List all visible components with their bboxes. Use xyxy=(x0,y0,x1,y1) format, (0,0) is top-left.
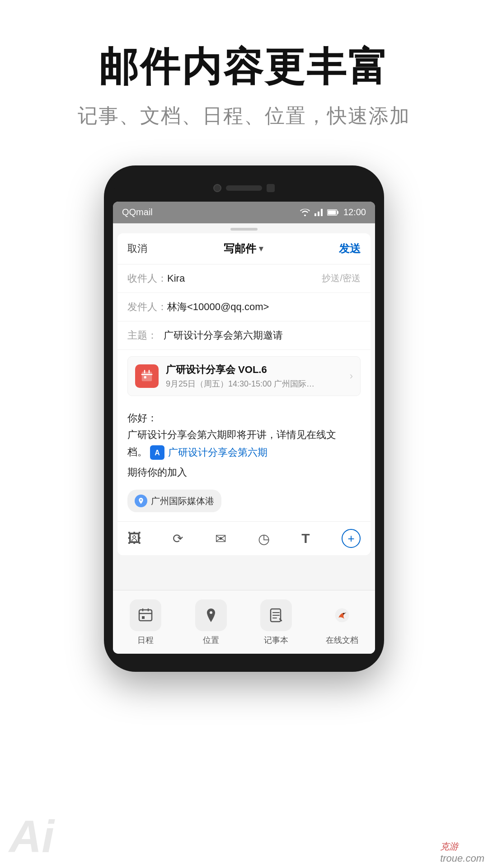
email-toolbar-icon[interactable]: ✉ xyxy=(215,531,226,547)
svg-rect-0 xyxy=(314,213,316,216)
subject-field-row: 主题： 广研设计分享会第六期邀请 xyxy=(117,321,371,350)
ai-badge: Ai xyxy=(0,778,127,868)
compose-header: 取消 写邮件 ▾ 发送 xyxy=(117,233,371,264)
front-camera xyxy=(213,184,221,192)
to-field-row: 收件人： Kira 抄送/密送 xyxy=(117,264,371,293)
ai-badge-text: Ai xyxy=(9,814,54,859)
svg-rect-4 xyxy=(337,211,338,214)
calendar-event-title: 广研设计分享会 VOL.6 xyxy=(166,363,350,377)
cc-bcc-button[interactable]: 抄送/密送 xyxy=(322,272,361,284)
svg-rect-6 xyxy=(142,372,152,381)
location-tab-icon xyxy=(203,607,219,623)
subject-label: 主题： xyxy=(127,329,164,342)
svg-rect-7 xyxy=(144,376,146,378)
text-format-toolbar-icon[interactable]: T xyxy=(301,531,310,546)
email-body[interactable]: 你好： 广研设计分享会第六期即将开讲，详情见在线文 档。 A 广研设计分享会第六… xyxy=(117,402,371,519)
speaker-grille xyxy=(226,185,262,191)
from-value[interactable]: 林海<10000@qq.com> xyxy=(167,300,361,314)
location-pin-icon xyxy=(135,495,147,507)
calendar-card-arrow-icon: › xyxy=(350,370,353,382)
schedule-tab-label: 日程 xyxy=(137,635,154,646)
phone-mockup: QQmail xyxy=(0,165,488,672)
tab-location[interactable]: 位置 xyxy=(195,599,227,646)
notes-icon xyxy=(268,607,284,623)
schedule-icon xyxy=(137,607,154,623)
body-line-3: 档。 A 广研设计分享会第六期 xyxy=(127,443,361,461)
status-bar: QQmail xyxy=(113,202,375,223)
compose-toolbar: 🖼 ⟳ ✉ ◷ T + xyxy=(117,521,371,555)
clock-toolbar-icon[interactable]: ◷ xyxy=(258,531,270,547)
calendar-svg xyxy=(140,369,154,383)
location-tab-label: 位置 xyxy=(203,635,219,646)
svg-rect-2 xyxy=(321,209,323,216)
svg-rect-8 xyxy=(139,610,152,621)
plus-icon: + xyxy=(347,532,354,546)
online-doc-icon-wrap xyxy=(326,599,358,631)
calendar-card-info: 广研设计分享会 VOL.6 9月25日（周五）14:30-15:00 广州国际… xyxy=(166,363,350,389)
status-time: 12:00 xyxy=(343,207,366,217)
send-button[interactable]: 发送 xyxy=(339,241,361,256)
location-chip[interactable]: 广州国际媒体港 xyxy=(127,490,221,512)
attachment-toolbar-icon[interactable]: ⟳ xyxy=(173,531,183,546)
svg-rect-5 xyxy=(328,210,336,214)
tab-online-doc[interactable]: 在线文档 xyxy=(326,599,358,646)
svg-rect-1 xyxy=(318,212,319,216)
subject-value[interactable]: 广研设计分享会第六期邀请 xyxy=(164,329,361,342)
compose-title-dropdown-icon[interactable]: ▾ xyxy=(259,244,263,254)
location-text: 广州国际媒体港 xyxy=(151,493,214,509)
watermark: 克游 troue.com xyxy=(436,837,488,868)
calendar-event-card[interactable]: 广研设计分享会 VOL.6 9月25日（周五）14:30-15:00 广州国际…… xyxy=(127,356,361,396)
watermark-text: 克游 xyxy=(440,841,458,851)
online-doc-bird-icon xyxy=(334,607,350,623)
calendar-icon xyxy=(135,364,159,388)
phone-hardware-top xyxy=(113,175,375,202)
signal-icon xyxy=(314,209,323,216)
status-app-name: QQmail xyxy=(122,207,153,217)
online-doc-tab-label: 在线文档 xyxy=(326,635,358,646)
doc-link-text[interactable]: 广研设计分享会第六期 xyxy=(168,444,267,461)
calendar-event-detail: 9月25日（周五）14:30-15:00 广州国际… xyxy=(166,378,350,389)
sensor xyxy=(267,184,275,192)
document-icon: A xyxy=(150,445,164,460)
compose-title: 写邮件 ▾ xyxy=(224,241,263,256)
hero-title: 邮件内容更丰富 xyxy=(0,45,488,89)
bottom-tab-bar: 日程 位置 xyxy=(113,590,375,654)
cancel-button[interactable]: 取消 xyxy=(127,242,147,255)
doc-inline-link[interactable]: A 广研设计分享会第六期 xyxy=(150,444,267,461)
to-label: 收件人： xyxy=(127,272,167,285)
hero-subtitle: 记事、文档、日程、位置，快速添加 xyxy=(0,103,488,129)
tab-notes[interactable]: 记事本 xyxy=(260,599,292,646)
body-line-1: 你好： xyxy=(127,410,361,426)
tab-schedule[interactable]: 日程 xyxy=(130,599,161,646)
location-icon-wrap xyxy=(195,599,227,631)
watermark-url: troue.com xyxy=(440,853,484,864)
wifi-icon xyxy=(300,209,310,216)
location-chip-wrapper: 广州国际媒体港 xyxy=(127,485,361,512)
scroll-handle xyxy=(230,228,258,231)
email-compose-area: 取消 写邮件 ▾ 发送 收件人： Kira 抄送/密送 发件人： 林海<10 xyxy=(117,233,371,555)
battery-icon xyxy=(327,209,339,216)
hero-section: 邮件内容更丰富 记事、文档、日程、位置，快速添加 xyxy=(0,0,488,138)
from-label: 发件人： xyxy=(127,300,167,314)
to-value[interactable]: Kira xyxy=(167,273,322,284)
status-icons: 12:00 xyxy=(300,207,366,217)
phone-screen: QQmail xyxy=(113,202,375,654)
add-toolbar-button[interactable]: + xyxy=(342,529,361,548)
from-field-row: 发件人： 林海<10000@qq.com> xyxy=(117,293,371,321)
image-toolbar-icon[interactable]: 🖼 xyxy=(127,531,141,546)
body-line-2: 广研设计分享会第六期即将开讲，详情见在线文 xyxy=(127,426,361,443)
body-line-4: 期待你的加入 xyxy=(127,464,361,481)
notes-icon-wrap xyxy=(260,599,292,631)
phone-body: QQmail xyxy=(104,165,384,672)
notes-tab-label: 记事本 xyxy=(264,635,288,646)
schedule-icon-wrap xyxy=(130,599,161,631)
